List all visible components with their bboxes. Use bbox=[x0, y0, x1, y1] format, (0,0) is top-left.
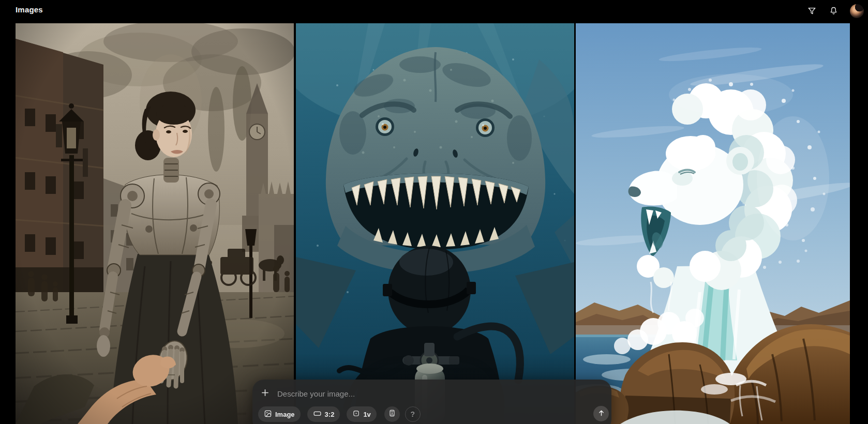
header: Images bbox=[0, 0, 868, 22]
image-count-icon bbox=[352, 410, 360, 419]
aspect-ratio-icon bbox=[313, 409, 322, 419]
prompt-library-button[interactable] bbox=[384, 406, 400, 422]
cyborg-woman-scene bbox=[16, 23, 294, 424]
attach-button[interactable] bbox=[260, 389, 270, 398]
aspect-ratio-label: 3:2 bbox=[325, 411, 335, 418]
filter-button[interactable] bbox=[806, 6, 817, 16]
page-title: Images bbox=[16, 5, 43, 14]
bell-icon bbox=[829, 6, 839, 16]
aspect-ratio-button[interactable]: 3:2 bbox=[307, 406, 340, 422]
filter-icon bbox=[807, 6, 817, 16]
prompt-input[interactable] bbox=[276, 389, 545, 399]
gallery-item-sea-monster[interactable] bbox=[296, 23, 574, 424]
image-mode-icon bbox=[264, 410, 272, 419]
help-button[interactable]: ? bbox=[405, 406, 421, 422]
plus-icon bbox=[261, 388, 270, 399]
image-generator-app: Images bbox=[0, 0, 868, 424]
arrow-up-icon bbox=[597, 408, 606, 419]
notifications-button[interactable] bbox=[828, 6, 839, 16]
image-count-button[interactable]: 1v bbox=[347, 406, 376, 422]
prompt-composer: Image 3:2 1v ? bbox=[252, 380, 611, 424]
mode-label: Image bbox=[275, 411, 295, 418]
image-count-label: 1v bbox=[363, 411, 370, 418]
composer-input-row bbox=[260, 386, 545, 401]
help-icon: ? bbox=[411, 410, 415, 418]
sea-monster-scene bbox=[296, 23, 574, 424]
monster-eye-left bbox=[376, 117, 394, 136]
composer-controls-row: Image 3:2 1v ? bbox=[258, 406, 421, 422]
notebook-icon bbox=[388, 409, 396, 419]
gallery-item-wave-lion[interactable] bbox=[576, 23, 850, 424]
monster-eye-right bbox=[476, 118, 495, 137]
header-actions bbox=[806, 0, 864, 22]
avatar[interactable] bbox=[850, 4, 864, 18]
mode-select-button[interactable]: Image bbox=[258, 406, 301, 422]
wave-lion-scene bbox=[576, 23, 850, 424]
generate-button[interactable] bbox=[593, 406, 609, 421]
gallery-item-cyborg-woman[interactable] bbox=[16, 23, 294, 424]
